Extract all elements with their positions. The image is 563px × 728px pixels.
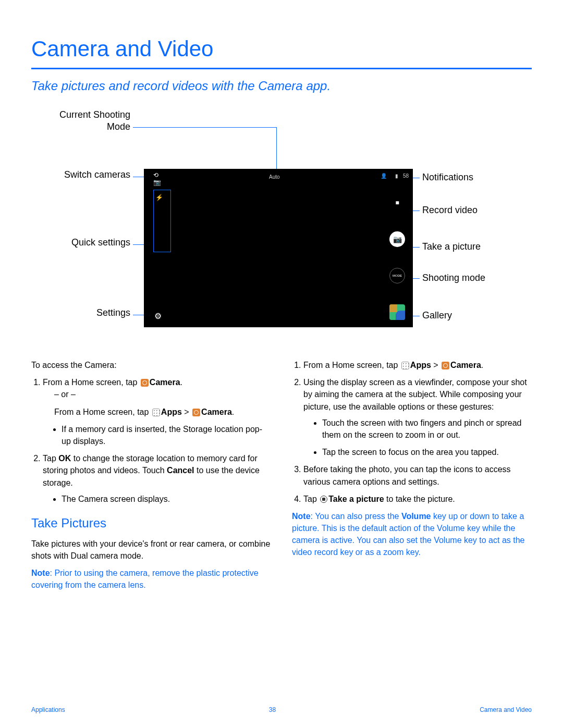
content-columns: To access the Camera: From a Home screen… (31, 359, 532, 596)
label-notifications: Notifications (422, 171, 473, 183)
person-icon: 👤 (381, 173, 387, 179)
gallery-thumbnail[interactable] (389, 304, 405, 320)
label-gallery: Gallery (422, 310, 452, 322)
left-column: To access the Camera: From a Home screen… (31, 359, 271, 596)
switch-camera-icon[interactable]: ⟲📷 (153, 173, 165, 184)
page-footer: Applications 38 Camera and Video (31, 706, 532, 713)
list-item: From a Home screen, tap Apps > Camera. (303, 359, 532, 371)
title-rule (31, 68, 532, 69)
shooting-mode-text: Auto (269, 174, 280, 180)
label-record-video: Record video (422, 204, 478, 216)
shutter-icon (320, 496, 327, 503)
apps-icon (152, 409, 160, 416)
footer-left: Applications (31, 706, 65, 713)
section-heading: Take Pictures (31, 514, 271, 533)
settings-gear-icon[interactable]: ⚙ (154, 311, 162, 321)
label-take-picture: Take a picture (422, 241, 481, 253)
note-text: Note: You can also press the Volume key … (292, 510, 532, 559)
list-item: Touch the screen with two fingers and pi… (322, 417, 532, 441)
label-settings: Settings (52, 307, 130, 319)
camera-icon (192, 409, 200, 416)
record-video-button[interactable]: ■ (389, 195, 405, 211)
page-title: Camera and Video (31, 36, 532, 61)
list-item: Using the display screen as a viewfinder… (303, 376, 532, 458)
label-switch-cameras: Switch cameras (52, 169, 130, 181)
or-text: – or – (43, 388, 271, 400)
list-item: Tap OK to change the storage location to… (43, 452, 271, 505)
intro-text: To access the Camera: (31, 359, 271, 371)
shutter-button[interactable]: 📷 (389, 231, 405, 247)
right-column: From a Home screen, tap Apps > Camera. U… (292, 359, 532, 596)
note-text: Note: Prior to using the camera, remove … (31, 567, 271, 591)
battery-icon: ▮ (395, 173, 398, 179)
list-item: Tap the screen to focus on the area you … (322, 446, 532, 458)
footer-page-number: 38 (269, 706, 276, 713)
page-subtitle: Take pictures and record videos with the… (31, 79, 532, 93)
apps-icon (401, 362, 409, 369)
camera-icon (442, 362, 449, 369)
list-item: Before taking the photo, you can tap the… (303, 463, 532, 487)
camera-diagram: Current Shooting Mode Switch cameras Qui… (31, 109, 532, 343)
flash-icon[interactable]: ⚡ (155, 194, 163, 201)
camera-icon (141, 379, 149, 387)
list-item: If a memory card is inserted, the Storag… (62, 423, 271, 447)
list-item: The Camera screen displays. (62, 493, 271, 505)
list-item: Tap Take a picture to take the picture. (303, 493, 532, 505)
label-quick-settings: Quick settings (52, 237, 130, 249)
photo-count: 58 (403, 173, 409, 179)
mode-button[interactable]: MODE (389, 268, 405, 283)
label-shooting-mode: Shooting mode (422, 272, 485, 284)
list-item: From a Home screen, tap Camera. – or – F… (43, 376, 271, 447)
label-current-mode: Current Shooting Mode (52, 109, 130, 132)
camera-screenshot: ⟲📷 Auto 👤 ▮ 58 ⚡ ⚙ ■ 📷 MODE (144, 169, 413, 327)
body-text: Take pictures with your device's front o… (31, 538, 271, 562)
footer-right: Camera and Video (480, 706, 532, 713)
